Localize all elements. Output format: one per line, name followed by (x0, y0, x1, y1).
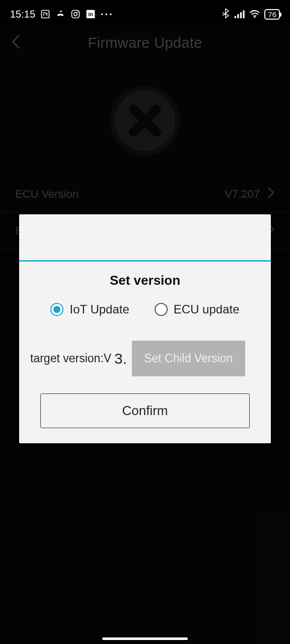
svg-point-10 (254, 17, 256, 18)
status-left: 15:15 in ··· (10, 9, 114, 20)
radio-label: IoT Update (69, 302, 129, 316)
svg-point-2 (74, 13, 78, 16)
radio-label: ECU update (174, 302, 240, 316)
confirm-button[interactable]: Confirm (40, 393, 250, 428)
bluetooth-icon (221, 9, 230, 20)
svg-rect-7 (238, 14, 239, 18)
svg-rect-0 (42, 11, 49, 18)
signal-icon (234, 10, 245, 19)
battery-indicator: 76 (264, 9, 280, 20)
phone-missed-icon (55, 9, 65, 19)
radio-iot-update[interactable]: IoT Update (50, 302, 129, 316)
status-right: 76 (221, 9, 280, 20)
svg-point-3 (77, 12, 78, 13)
set-child-version-button[interactable]: Set Child Version (132, 341, 245, 376)
more-icon: ··· (101, 9, 114, 20)
radio-selected-icon (50, 303, 63, 316)
target-version-row: target version:V3. Set Child Version (30, 341, 260, 376)
svg-rect-1 (72, 11, 80, 18)
set-version-dialog: Set version IoT Update ECU update target… (19, 214, 271, 443)
svg-text:in: in (88, 11, 93, 17)
svg-rect-9 (243, 11, 245, 19)
dialog-title: Set version (30, 273, 260, 288)
wifi-icon (249, 10, 260, 19)
target-version-label: target version:V (30, 352, 111, 365)
instagram-icon (70, 9, 81, 19)
target-version-value: 3. (114, 350, 127, 367)
status-bar: 15:15 in ··· 76 (0, 0, 290, 25)
home-indicator[interactable] (102, 637, 188, 640)
update-type-radio-group: IoT Update ECU update (30, 302, 260, 316)
dialog-header-spacer (19, 214, 271, 262)
linkedin-icon: in (86, 9, 96, 19)
radio-unselected-icon (155, 303, 168, 316)
radio-ecu-update[interactable]: ECU update (155, 302, 240, 316)
battery-percent: 76 (268, 10, 276, 19)
nfc-icon (40, 9, 50, 19)
status-time: 15:15 (10, 9, 35, 20)
svg-rect-6 (235, 16, 236, 19)
svg-rect-8 (240, 12, 242, 18)
